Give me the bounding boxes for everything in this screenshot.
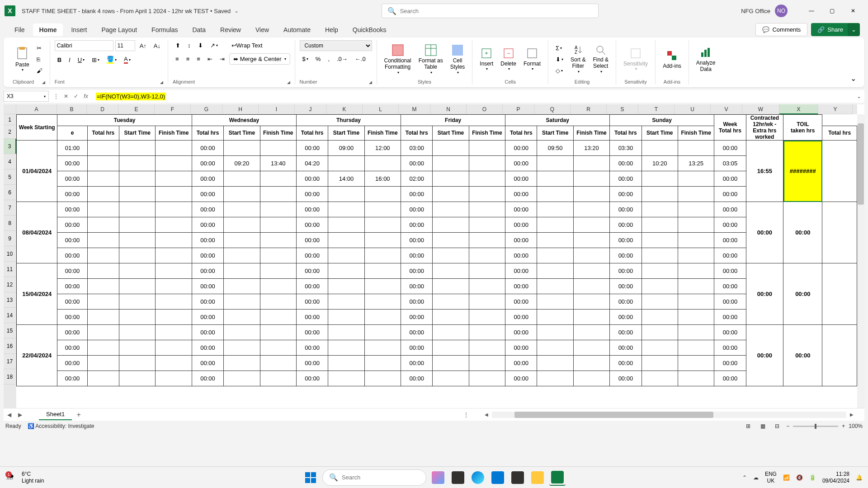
font-size-select[interactable] (115, 40, 135, 51)
zoom-in-button[interactable]: + (842, 423, 845, 429)
cell[interactable] (364, 310, 401, 325)
cell[interactable] (87, 156, 119, 171)
cell[interactable] (260, 310, 296, 325)
cell[interactable]: 00:00 (505, 371, 537, 386)
cell[interactable]: 00:00 (714, 233, 746, 248)
italic-button[interactable]: I (66, 54, 73, 66)
share-button[interactable]: 🔗 Share (811, 23, 849, 36)
page-break-view-button[interactable]: ⊟ (772, 422, 783, 431)
cell[interactable]: 00:00 (505, 325, 537, 340)
column-header-A[interactable]: A (16, 104, 57, 114)
row-header-4[interactable]: 4 (4, 154, 16, 169)
tab-help[interactable]: Help (319, 23, 344, 36)
tray-battery-icon[interactable]: 🔋 (809, 474, 816, 481)
search-input[interactable] (400, 8, 593, 14)
cell[interactable] (678, 371, 714, 386)
cell[interactable]: 00:00 (192, 263, 223, 279)
cell[interactable] (87, 202, 119, 217)
cell[interactable] (678, 217, 714, 233)
cell[interactable] (119, 310, 156, 325)
maximize-button[interactable]: ▢ (822, 4, 843, 18)
cell[interactable] (119, 279, 156, 294)
cell[interactable]: 00:00 (192, 294, 223, 310)
cell[interactable] (678, 233, 714, 248)
tab-data[interactable]: Data (186, 23, 212, 36)
align-right-button[interactable]: ≡ (194, 53, 203, 65)
cell[interactable] (433, 356, 469, 371)
column-header-H[interactable]: H (222, 104, 259, 114)
row-header-12[interactable]: 12 (4, 277, 16, 292)
cell[interactable]: 00:00 (401, 356, 433, 371)
cell[interactable] (573, 187, 609, 202)
cell[interactable]: 00:00 (610, 371, 642, 386)
row-header-11[interactable]: 11 (4, 262, 16, 277)
taskbar-app-edge[interactable] (470, 469, 486, 486)
tab-automate[interactable]: Automate (277, 23, 317, 36)
cell[interactable] (87, 356, 119, 371)
cell[interactable] (433, 156, 469, 171)
cell[interactable]: 00:00 (610, 356, 642, 371)
cell[interactable] (537, 325, 573, 340)
cell[interactable] (156, 294, 192, 310)
sort-filter-button[interactable]: AZSort & Filter▾ (568, 44, 588, 75)
column-header-O[interactable]: O (467, 104, 503, 114)
cell[interactable] (642, 356, 678, 371)
hscroll-right[interactable]: ▶ (848, 412, 855, 417)
tray-clock[interactable]: 11:2809/04/2024 (822, 471, 849, 484)
cell[interactable] (364, 279, 401, 294)
cell[interactable]: 00:00 (714, 141, 746, 156)
cell[interactable]: 00:00 (57, 310, 87, 325)
cell[interactable]: 00:00 (610, 248, 642, 263)
taskbar-app-excel[interactable] (549, 469, 566, 486)
addins-button[interactable]: Add-ins (660, 48, 684, 70)
grid-cells[interactable]: Week StartingTuesdayWednesdayThursdayFri… (16, 114, 857, 408)
cell[interactable]: 00:00 (57, 187, 87, 202)
cell[interactable] (260, 233, 296, 248)
cell[interactable] (156, 263, 192, 279)
cell[interactable] (433, 340, 469, 356)
cell[interactable] (364, 325, 401, 340)
cell[interactable] (537, 171, 573, 187)
horizontal-scrollbar[interactable]: ◀ ▶ (474, 412, 864, 418)
cell[interactable] (224, 263, 260, 279)
cell[interactable] (678, 248, 714, 263)
font-launcher[interactable]: ◢ (160, 80, 163, 84)
row-header-18[interactable]: 18 (4, 369, 16, 385)
cell[interactable] (433, 217, 469, 233)
cell[interactable] (328, 263, 364, 279)
row-header-10[interactable]: 10 (4, 246, 16, 262)
taskbar-search[interactable]: 🔍 (322, 469, 426, 486)
cell[interactable] (364, 294, 401, 310)
cell[interactable] (642, 141, 678, 156)
cell[interactable] (260, 141, 296, 156)
cell[interactable] (642, 217, 678, 233)
cell[interactable] (328, 325, 364, 340)
cell[interactable]: 00:00 (57, 325, 87, 340)
cell[interactable]: 00:00 (192, 217, 223, 233)
cell[interactable]: 00:00 (57, 340, 87, 356)
format-cells-button[interactable]: Format▾ (521, 46, 543, 72)
alignment-launcher[interactable]: ◢ (287, 80, 290, 84)
cell[interactable] (642, 371, 678, 386)
cell[interactable] (642, 187, 678, 202)
cell[interactable] (224, 233, 260, 248)
cell[interactable] (260, 340, 296, 356)
taskbar-app-taskview[interactable] (450, 469, 466, 486)
cell[interactable] (364, 187, 401, 202)
cell[interactable]: 13:25 (678, 156, 714, 171)
cell[interactable] (119, 248, 156, 263)
cell[interactable] (678, 279, 714, 294)
increase-indent-button[interactable]: ⇥ (217, 53, 227, 65)
tray-wifi-icon[interactable]: 📶 (783, 474, 790, 481)
cell[interactable] (642, 233, 678, 248)
cell[interactable]: 00:00 (505, 294, 537, 310)
cell[interactable] (573, 356, 609, 371)
cell[interactable]: 00:00 (505, 187, 537, 202)
cell[interactable]: 00:00 (57, 202, 87, 217)
cell[interactable] (573, 279, 609, 294)
cell[interactable] (573, 325, 609, 340)
cell[interactable] (537, 156, 573, 171)
cell[interactable] (119, 233, 156, 248)
row-header-8[interactable]: 8 (4, 216, 16, 231)
autosum-button[interactable]: Σ▾ (553, 43, 566, 53)
